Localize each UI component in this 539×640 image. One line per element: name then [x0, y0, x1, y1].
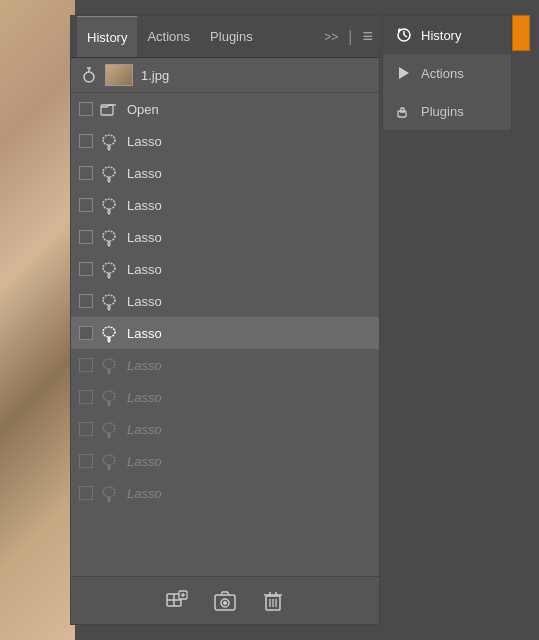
- history-item-label: Lasso: [127, 390, 162, 405]
- lasso-tool-icon: [99, 387, 119, 407]
- svg-point-10: [103, 327, 115, 337]
- tab-expand-icon[interactable]: >>: [324, 30, 338, 44]
- right-tab-actions-label: Actions: [421, 66, 464, 81]
- history-item-label: Lasso: [127, 358, 162, 373]
- svg-point-11: [103, 359, 115, 369]
- svg-line-34: [404, 35, 407, 37]
- tab-bar: History Actions Plugins >> | ≡: [71, 16, 379, 58]
- lasso-tool-icon: [99, 259, 119, 279]
- plugins-panel-icon: [395, 102, 413, 120]
- history-brush-icon: [79, 65, 99, 85]
- svg-point-8: [103, 263, 115, 273]
- svg-point-4: [103, 135, 115, 145]
- current-file-name: 1.jpg: [141, 68, 169, 83]
- history-checkbox[interactable]: [79, 454, 93, 468]
- history-panel-icon: [395, 26, 413, 44]
- history-item-open[interactable]: Open: [71, 93, 379, 125]
- create-new-snapshot-button[interactable]: [163, 587, 191, 615]
- history-item-lasso-1[interactable]: Lasso: [71, 125, 379, 157]
- history-item-lasso-2[interactable]: Lasso: [71, 157, 379, 189]
- current-state-row: 1.jpg: [71, 58, 379, 93]
- history-item-label: Lasso: [127, 294, 162, 309]
- tab-more-controls: >> | ≡: [324, 26, 373, 47]
- history-item-lasso-inactive-3[interactable]: Lasso: [71, 413, 379, 445]
- actions-panel-icon: [395, 64, 413, 82]
- history-item-label: Lasso: [127, 198, 162, 213]
- history-item-lasso-3[interactable]: Lasso: [71, 189, 379, 221]
- history-item-label: Open: [127, 102, 159, 117]
- history-checkbox[interactable]: [79, 390, 93, 404]
- tab-actions[interactable]: Actions: [137, 16, 200, 57]
- history-list[interactable]: Open Lasso: [71, 93, 379, 576]
- history-item-lasso-inactive-1[interactable]: Lasso: [71, 349, 379, 381]
- history-item-label: Lasso: [127, 486, 162, 501]
- panel-menu-icon[interactable]: ≡: [362, 26, 373, 47]
- history-item-lasso-5[interactable]: Lasso: [71, 253, 379, 285]
- history-panel: History Actions Plugins >> | ≡: [70, 15, 380, 625]
- history-item-lasso-inactive-5[interactable]: Lasso: [71, 477, 379, 509]
- file-thumbnail: [105, 64, 133, 86]
- tab-history[interactable]: History: [77, 16, 137, 57]
- history-bottom-bar: [71, 576, 379, 624]
- lasso-tool-icon: [99, 323, 119, 343]
- history-item-label: Lasso: [127, 166, 162, 181]
- lasso-tool-icon: [99, 419, 119, 439]
- history-item-label: Lasso: [127, 326, 162, 341]
- history-checkbox[interactable]: [79, 262, 93, 276]
- right-tab-plugins[interactable]: Plugins: [383, 92, 511, 130]
- history-checkbox[interactable]: [79, 294, 93, 308]
- svg-point-14: [103, 455, 115, 465]
- right-tab-actions[interactable]: Actions: [383, 54, 511, 92]
- history-checkbox[interactable]: [79, 166, 93, 180]
- lasso-tool-icon: [99, 483, 119, 503]
- right-tab-plugins-label: Plugins: [421, 104, 464, 119]
- background-image: [0, 0, 75, 640]
- svg-point-5: [103, 167, 115, 177]
- lasso-tool-icon: [99, 195, 119, 215]
- history-checkbox[interactable]: [79, 198, 93, 212]
- history-item-label: Lasso: [127, 422, 162, 437]
- svg-point-12: [103, 391, 115, 401]
- open-document-icon: [99, 99, 119, 119]
- panel-color-indicator: [512, 15, 530, 51]
- panel-content: 1.jpg Open: [71, 58, 379, 624]
- history-checkbox[interactable]: [79, 422, 93, 436]
- take-snapshot-button[interactable]: [211, 587, 239, 615]
- svg-point-6: [103, 199, 115, 209]
- right-tab-history[interactable]: History: [383, 16, 511, 54]
- right-panel: History Actions Plugins: [382, 15, 512, 131]
- history-item-lasso-inactive-2[interactable]: Lasso: [71, 381, 379, 413]
- history-checkbox[interactable]: [79, 358, 93, 372]
- history-item-label: Lasso: [127, 262, 162, 277]
- history-checkbox[interactable]: [79, 134, 93, 148]
- svg-point-13: [103, 423, 115, 433]
- history-checkbox[interactable]: [79, 230, 93, 244]
- history-item-lasso-6[interactable]: Lasso: [71, 285, 379, 317]
- history-item-lasso-inactive-4[interactable]: Lasso: [71, 445, 379, 477]
- delete-history-button[interactable]: [259, 587, 287, 615]
- tab-divider: |: [348, 28, 352, 46]
- lasso-tool-icon: [99, 451, 119, 471]
- history-item-lasso-4[interactable]: Lasso: [71, 221, 379, 253]
- lasso-tool-icon: [99, 355, 119, 375]
- history-item-label: Lasso: [127, 230, 162, 245]
- tab-plugins[interactable]: Plugins: [200, 16, 263, 57]
- svg-point-9: [103, 295, 115, 305]
- history-item-label: Lasso: [127, 134, 162, 149]
- history-item-label: Lasso: [127, 454, 162, 469]
- right-tab-history-label: History: [421, 28, 461, 43]
- lasso-tool-icon: [99, 163, 119, 183]
- svg-point-24: [223, 601, 227, 605]
- history-checkbox[interactable]: [79, 326, 93, 340]
- svg-point-7: [103, 231, 115, 241]
- history-checkbox[interactable]: [79, 102, 93, 116]
- history-checkbox[interactable]: [79, 486, 93, 500]
- svg-point-0: [84, 72, 94, 82]
- svg-marker-35: [399, 67, 409, 79]
- lasso-tool-icon: [99, 291, 119, 311]
- lasso-tool-icon: [99, 131, 119, 151]
- svg-point-15: [103, 487, 115, 497]
- history-item-lasso-active[interactable]: Lasso: [71, 317, 379, 349]
- lasso-tool-icon: [99, 227, 119, 247]
